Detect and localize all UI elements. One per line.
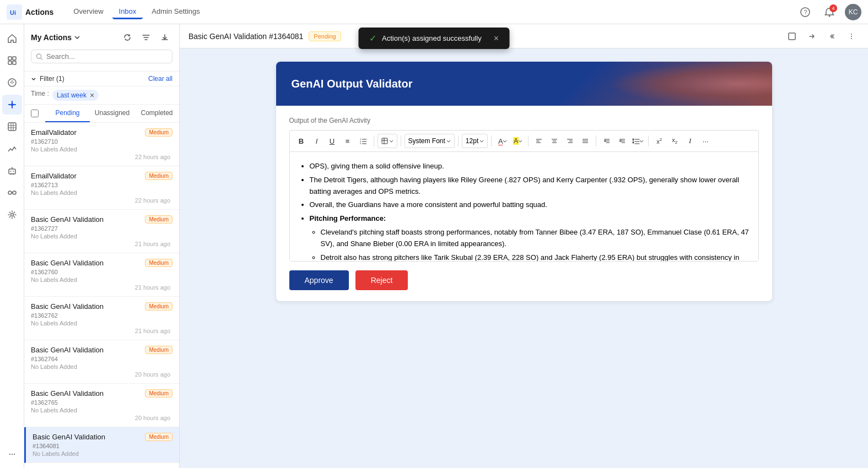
nav-inbox[interactable]: Inbox [112,5,143,19]
my-actions-dropdown[interactable]: My Actions [31,33,80,42]
svg-text:?: ? [804,9,807,15]
nav-admin-settings[interactable]: Admin Settings [145,5,206,19]
content-title: Basic GenAI Validation #1364081 [188,32,303,41]
superscript-button[interactable]: x2 [652,134,666,148]
tab-pending[interactable]: Pending [45,105,90,122]
nav-overview[interactable]: Overview [67,5,110,19]
list-item[interactable]: EmailValidatorMedium #1362713 No Labels … [24,166,179,210]
list-item[interactable]: Basic GenAI ValidationMedium #1362727 No… [24,210,179,253]
toolbar-sep-2 [401,135,401,146]
table-dropdown[interactable] [378,134,397,148]
font-family-dropdown[interactable]: System Font [405,134,455,148]
select-all-checkbox[interactable] [31,110,39,117]
tab-unassigned[interactable]: Unassigned [90,105,134,122]
italic2-button[interactable]: I [683,134,697,148]
refresh-button[interactable] [120,30,135,45]
align-left-button[interactable] [532,134,546,148]
content-area: Basic GenAI Validation #1364081 Pending [180,24,868,468]
list-item[interactable]: Basic GenAI ValidationMedium #1362764 No… [24,340,179,384]
svg-text:Ui: Ui [10,9,16,16]
svg-point-15 [8,191,12,194]
list-item[interactable]: Basic GenAI ValidationMedium #1362765 No… [24,384,179,427]
toast-success-icon: ✓ [369,33,376,43]
app-title: Actions [25,8,53,17]
search-icon [36,53,43,61]
toolbar-sep-4 [491,135,492,146]
svg-point-4 [829,15,831,17]
font-size-dropdown[interactable]: 12pt [462,134,488,148]
align-center-button[interactable] [547,134,562,148]
svg-point-16 [13,191,16,194]
form-card-header: GenAI Output Validator [276,62,772,106]
list-header: My Actions [24,24,179,72]
toast-close-button[interactable]: × [494,34,499,43]
top-navigation: Ui Actions Overview Inbox Admin Settings… [0,0,868,24]
svg-rect-5 [8,57,12,60]
reject-button[interactable]: Reject [355,270,408,290]
sidebar-item-dashboard[interactable] [2,51,22,70]
sidebar-item-actions[interactable] [2,95,22,115]
back-button[interactable] [824,29,839,44]
list-item[interactable]: Basic GenAI ValidationMedium #1362762 No… [24,297,179,340]
help-button[interactable]: ? [796,3,814,21]
svg-rect-8 [13,61,16,64]
unordered-list-button[interactable]: ≡ [341,134,355,148]
line-spacing-button[interactable] [630,134,645,148]
subscript-button[interactable]: x2 [667,134,682,148]
list-item-selected[interactable]: Basic GenAI ValidationMedium #1364081 No… [24,427,179,463]
my-actions-label: My Actions [31,33,72,42]
list-item[interactable]: EmailValidatorMedium #1362710 No Labels … [24,123,179,166]
filter-button[interactable] [138,30,154,45]
svg-point-14 [13,171,14,172]
editor-toolbar: B I U ≡ 123 Sys [289,130,759,151]
clear-filter-button[interactable]: Clear all [148,75,172,83]
svg-point-18 [36,53,41,58]
status-badge: Pending [309,31,341,41]
notifications-button[interactable]: 4 [821,3,838,21]
notification-badge: 4 [829,4,837,12]
sidebar-item-chart[interactable] [2,139,22,159]
expand-button[interactable] [784,29,800,44]
sidebar-item-home[interactable] [2,29,22,48]
content-body: GenAI Output Validator Output of the Gen… [180,48,868,468]
font-color-button[interactable]: A [495,134,509,148]
chip-remove-icon[interactable]: × [90,91,94,100]
sidebar-item-more[interactable]: ··· [2,444,22,464]
svg-rect-19 [789,33,795,40]
italic-button[interactable]: I [310,134,324,148]
justify-button[interactable] [578,134,592,148]
filter-toggle[interactable]: Filter (1) [40,75,64,83]
last-week-chip[interactable]: Last week × [52,90,99,101]
more-options-button[interactable] [844,29,859,44]
ordered-list-button[interactable]: 123 [356,134,370,148]
list-item[interactable]: Basic GenAI ValidationMedium #1362760 No… [24,253,179,297]
filter-collapse-icon[interactable] [31,76,36,81]
toast-notification: ✓ Action(s) assigned successfully × [358,28,510,49]
user-avatar[interactable]: KC [845,4,861,20]
svg-rect-12 [9,169,15,174]
search-input[interactable] [46,52,168,61]
tab-completed[interactable]: Completed [134,105,179,122]
sidebar-item-settings[interactable] [2,205,22,225]
sidebar-item-robot[interactable] [2,161,22,181]
sidebar-item-automation[interactable] [2,73,22,92]
nav-links: Overview Inbox Admin Settings [67,5,206,19]
underline-button[interactable]: U [325,134,339,148]
list-panel: My Actions [24,24,180,468]
align-right-button[interactable] [563,134,577,148]
bold-button[interactable]: B [294,134,309,148]
outdent-button[interactable] [615,134,629,148]
select-all-container [24,105,45,122]
app-logo: Ui Actions [7,4,53,20]
approve-button[interactable]: Approve [289,270,349,290]
sidebar-item-grid[interactable] [2,117,22,137]
more-formatting-button[interactable]: ··· [698,134,713,148]
my-actions-row: My Actions [31,30,172,45]
editor-content[interactable]: OPS), giving them a solid offensive line… [289,151,759,262]
indent-button[interactable] [600,134,614,148]
download-button[interactable] [157,30,172,45]
forward-button[interactable] [804,29,820,44]
sidebar-item-integrations[interactable] [2,183,22,203]
highlight-button[interactable]: A [510,134,525,148]
svg-rect-7 [8,61,12,64]
